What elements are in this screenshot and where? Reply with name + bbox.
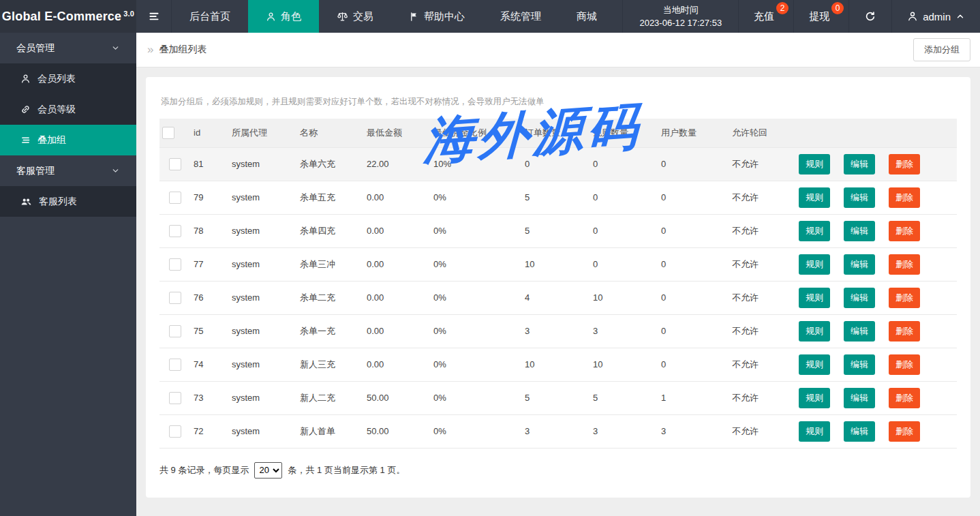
nav-item-角色[interactable]: 角色 bbox=[248, 0, 319, 33]
actions-cell: 规则编辑删除 bbox=[796, 247, 957, 281]
scales-icon bbox=[337, 11, 348, 22]
cell-min_amount: 0.00 bbox=[364, 348, 431, 381]
column-header: 用户数量 bbox=[658, 119, 729, 147]
cell-name: 杀单二充 bbox=[297, 281, 364, 314]
refresh-icon bbox=[864, 10, 876, 22]
delete-button[interactable]: 删除 bbox=[889, 187, 920, 208]
link-icon bbox=[20, 104, 31, 115]
cell-min_commission: 0% bbox=[431, 247, 522, 281]
row-checkbox[interactable] bbox=[169, 292, 181, 304]
row-checkbox[interactable] bbox=[169, 325, 181, 337]
sidebar-item-叠加组[interactable]: 叠加组 bbox=[0, 125, 136, 155]
edit-button[interactable]: 编辑 bbox=[844, 388, 875, 408]
nav-item-后台首页[interactable]: 后台首页 bbox=[172, 0, 248, 33]
nav-item-label: 后台首页 bbox=[189, 10, 230, 23]
delete-button[interactable]: 删除 bbox=[889, 421, 920, 442]
users-icon bbox=[20, 196, 32, 207]
rules-button[interactable]: 规则 bbox=[799, 187, 830, 208]
cell-name: 新人二充 bbox=[297, 381, 364, 414]
cell-users: 0 bbox=[658, 348, 729, 381]
pagination-suffix: 条，共 1 页当前显示第 1 页。 bbox=[288, 464, 405, 476]
cell-id: 74 bbox=[191, 348, 229, 381]
delete-button[interactable]: 删除 bbox=[889, 321, 920, 342]
sidebar-item-会员等级[interactable]: 会员等级 bbox=[0, 94, 136, 125]
edit-button[interactable]: 编辑 bbox=[844, 288, 875, 308]
row-checkbox[interactable] bbox=[169, 392, 181, 404]
cell-users: 3 bbox=[658, 414, 729, 448]
row-checkbox[interactable] bbox=[169, 158, 181, 170]
cell-loop: 不允许 bbox=[729, 414, 796, 448]
cell-min_commission: 0% bbox=[431, 281, 522, 314]
top-navbar: Global E-Commerce 3.0 后台首页角色交易帮助中心系统管理商城… bbox=[0, 0, 980, 33]
sidebar-item-会员列表[interactable]: 会员列表 bbox=[0, 63, 136, 94]
cell-agent: system bbox=[229, 181, 297, 214]
refresh-button[interactable] bbox=[849, 0, 892, 33]
user-menu[interactable]: admin bbox=[892, 0, 980, 33]
withdraw-button[interactable]: 提现 0 bbox=[794, 0, 849, 33]
add-group-button[interactable]: 添加分组 bbox=[913, 38, 970, 61]
rules-button[interactable]: 规则 bbox=[799, 288, 830, 308]
row-checkbox[interactable] bbox=[169, 425, 181, 438]
cell-name: 杀单三冲 bbox=[297, 247, 364, 281]
delete-button[interactable]: 删除 bbox=[889, 288, 920, 308]
row-checkbox[interactable] bbox=[169, 258, 181, 271]
edit-button[interactable]: 编辑 bbox=[844, 187, 875, 208]
rules-button[interactable]: 规则 bbox=[799, 221, 830, 241]
nav-item-label: 系统管理 bbox=[500, 10, 541, 23]
main-area: » 叠加组列表 添加分组 海外源码 添加分组后，必须添加规则，并且规则需要对应好… bbox=[136, 33, 980, 516]
nav-item-帮助中心[interactable]: 帮助中心 bbox=[391, 0, 483, 33]
rules-button[interactable]: 规则 bbox=[799, 388, 830, 408]
select-all-checkbox[interactable] bbox=[162, 127, 174, 139]
cell-loop: 不允许 bbox=[729, 314, 796, 348]
edit-button[interactable]: 编辑 bbox=[844, 221, 875, 241]
cell-agent: system bbox=[229, 414, 297, 448]
nav-item-交易[interactable]: 交易 bbox=[319, 0, 391, 33]
cell-min_commission: 0% bbox=[431, 348, 522, 381]
row-checkbox[interactable] bbox=[169, 192, 181, 204]
cell-orders: 5 bbox=[522, 381, 590, 414]
notice-text: 添加分组后，必须添加规则，并且规则需要对应好订单个数，若出现不对称情况，会导致用… bbox=[161, 96, 957, 108]
cell-name: 新人首单 bbox=[297, 414, 364, 448]
sidebar-item-label: 客服列表 bbox=[39, 196, 77, 208]
navbar-menu: 后台首页角色交易帮助中心系统管理商城 bbox=[172, 0, 615, 33]
cell-orders: 10 bbox=[522, 247, 590, 281]
sidebar-toggle-button[interactable] bbox=[136, 0, 172, 33]
edit-button[interactable]: 编辑 bbox=[844, 421, 875, 442]
cell-orders: 3 bbox=[522, 314, 590, 348]
cell-users: 0 bbox=[658, 181, 729, 214]
rules-button[interactable]: 规则 bbox=[799, 254, 830, 275]
table-body: 81system杀单六充22.0010%000不允许规则编辑删除79system… bbox=[159, 147, 957, 448]
column-header: id bbox=[191, 119, 229, 147]
cell-rules: 0 bbox=[590, 147, 658, 181]
cell-id: 77 bbox=[191, 247, 229, 281]
row-checkbox[interactable] bbox=[169, 225, 181, 237]
rules-button[interactable]: 规则 bbox=[799, 421, 830, 442]
nav-item-商城[interactable]: 商城 bbox=[559, 0, 615, 33]
delete-button[interactable]: 删除 bbox=[889, 388, 920, 408]
cell-rules: 5 bbox=[590, 381, 658, 414]
cell-min_commission: 0% bbox=[431, 381, 522, 414]
app-logo-text: Global E-Commerce bbox=[2, 10, 121, 24]
rules-button[interactable]: 规则 bbox=[799, 354, 830, 375]
sidebar-item-客服列表[interactable]: 客服列表 bbox=[0, 186, 136, 217]
rules-button[interactable]: 规则 bbox=[799, 321, 830, 342]
delete-button[interactable]: 删除 bbox=[889, 154, 920, 174]
delete-button[interactable]: 删除 bbox=[889, 221, 920, 241]
nav-item-系统管理[interactable]: 系统管理 bbox=[483, 0, 559, 33]
edit-button[interactable]: 编辑 bbox=[844, 254, 875, 275]
edit-button[interactable]: 编辑 bbox=[844, 321, 875, 342]
page-size-select[interactable]: 20 bbox=[254, 462, 282, 479]
recharge-button[interactable]: 充值 2 bbox=[739, 0, 794, 33]
edit-button[interactable]: 编辑 bbox=[844, 154, 875, 174]
delete-button[interactable]: 删除 bbox=[889, 254, 920, 275]
sidebar-group-客服管理[interactable]: 客服管理 bbox=[0, 155, 136, 186]
actions-cell: 规则编辑删除 bbox=[796, 181, 957, 214]
sidebar: 会员管理会员列表会员等级叠加组客服管理客服列表 bbox=[0, 33, 136, 516]
sidebar-group-会员管理[interactable]: 会员管理 bbox=[0, 33, 136, 63]
column-header: 最低佣金比例 bbox=[431, 119, 522, 147]
cell-name: 杀单一充 bbox=[297, 314, 364, 348]
rules-button[interactable]: 规则 bbox=[799, 154, 830, 174]
delete-button[interactable]: 删除 bbox=[889, 354, 920, 375]
row-checkbox[interactable] bbox=[169, 359, 181, 371]
edit-button[interactable]: 编辑 bbox=[844, 354, 875, 375]
